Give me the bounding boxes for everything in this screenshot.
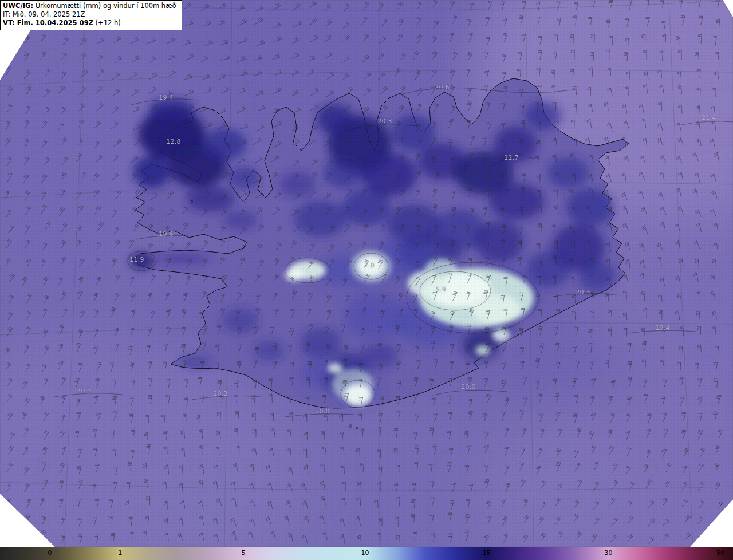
valid-time-line: VT: Fim. 10.04.2025 09Z (+12 h)	[3, 19, 176, 27]
valid-time: VT: Fim. 10.04.2025 09Z	[3, 19, 93, 27]
legend-header: UWC/IG: Úrkomumætti (mm) og vindur í 100…	[0, 0, 182, 30]
colorbar-tick-label: 1	[118, 549, 122, 557]
colorbar-tick-label: 15	[483, 549, 491, 557]
lead-time: (+12 h)	[93, 19, 121, 27]
weather-map: 19.412.820.620.321.412.719.611.97.05.920…	[0, 0, 733, 560]
field-description: Úrkomumætti (mm) og vindur í 100m hæð	[33, 2, 176, 10]
header-title-line: UWC/IG: Úrkomumætti (mm) og vindur í 100…	[3, 2, 176, 10]
colorbar-tick-label: 5	[241, 549, 245, 557]
model-grid-texture	[0, 0, 733, 547]
colorbar-tick-label: 10	[361, 549, 369, 557]
init-time-line: IT: Mið. 09. 04. 2025 21Z	[3, 10, 176, 19]
colorbar-tick-label: 0	[48, 549, 52, 557]
model-id: UWC/IG:	[3, 2, 33, 10]
colorbar-tick-label: 50	[716, 549, 724, 557]
colorbar-tick-label: 30	[604, 549, 612, 557]
weather-map-canvas	[0, 0, 733, 547]
colorbar: 01510153050	[0, 547, 733, 560]
